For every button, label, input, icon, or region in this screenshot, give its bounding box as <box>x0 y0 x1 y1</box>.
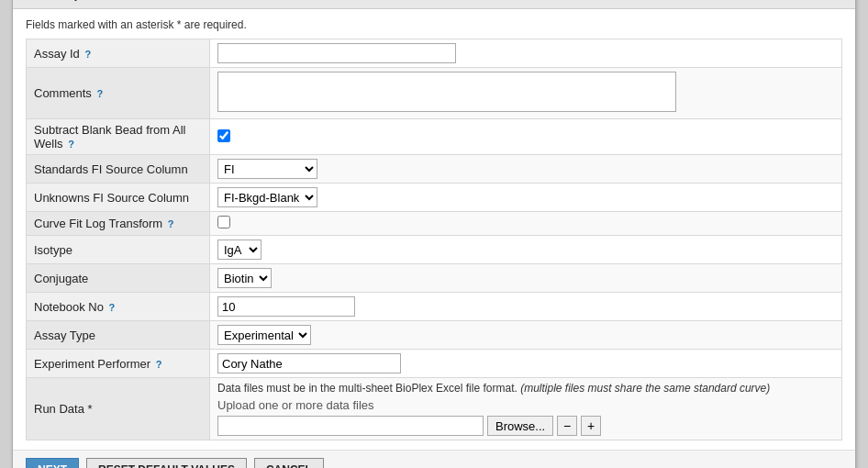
experiment-performer-label: Experiment Performer ? <box>27 350 210 378</box>
standards-fi-label: Standards FI Source Column <box>27 155 210 184</box>
assay-type-select[interactable]: Experimental Standard QC <box>217 325 311 345</box>
notebook-no-label: Notebook No ? <box>27 293 210 321</box>
subtract-blank-checkbox[interactable] <box>217 129 230 142</box>
assay-id-help[interactable]: ? <box>84 49 91 60</box>
conjugate-cell: Biotin PE APC <box>210 264 842 293</box>
subtract-blank-cell <box>210 119 842 155</box>
curve-fit-row: Curve Fit Log Transform ? <box>27 212 842 236</box>
assay-id-input[interactable] <box>217 43 456 63</box>
assay-id-label: Assay Id ? <box>27 39 210 68</box>
panel-title: Run Properties <box>13 0 855 9</box>
subtract-blank-label: Subtract Blank Bead from All Wells ? <box>27 119 210 155</box>
assay-type-cell: Experimental Standard QC <box>210 321 842 350</box>
run-data-note: Data files must be in the multi-sheet Bi… <box>217 382 834 395</box>
browse-button[interactable]: Browse... <box>487 416 553 436</box>
unknowns-fi-cell: FI FI-Bkgd FI-Bkgd-Blank <box>210 184 842 212</box>
conjugate-row: Conjugate Biotin PE APC <box>27 264 842 293</box>
isotype-select[interactable]: IgA IgG IgM IgE <box>217 240 262 260</box>
conjugate-label: Conjugate <box>27 264 210 293</box>
curve-fit-label: Curve Fit Log Transform ? <box>27 212 210 236</box>
assay-id-row: Assay Id ? <box>27 39 842 68</box>
assay-type-label: Assay Type <box>27 321 210 350</box>
run-data-browse-row: Browse... − + <box>217 416 834 436</box>
required-note: Fields marked with an asterisk * are req… <box>26 18 842 31</box>
isotype-label: Isotype <box>27 236 210 264</box>
unknowns-fi-row: Unknowns FI Source Column FI FI-Bkgd FI-… <box>27 184 842 212</box>
comments-textarea[interactable] <box>217 72 676 112</box>
comments-row: Comments ? <box>27 68 842 119</box>
cancel-button[interactable]: CANCEL <box>254 458 324 468</box>
experiment-performer-help[interactable]: ? <box>156 359 162 370</box>
run-data-cell: Data files must be in the multi-sheet Bi… <box>210 378 842 440</box>
run-properties-panel: Run Properties Fields marked with an ast… <box>12 0 856 468</box>
run-data-row: Run Data * Data files must be in the mul… <box>27 378 842 440</box>
unknowns-fi-label: Unknowns FI Source Column <box>27 184 210 212</box>
run-data-file-input[interactable] <box>217 416 484 436</box>
comments-cell <box>210 68 842 119</box>
subtract-blank-row: Subtract Blank Bead from All Wells ? <box>27 119 842 155</box>
standards-fi-select[interactable]: FI FI-Bkgd FI-Bkgd-Blank <box>217 159 317 179</box>
comments-label: Comments ? <box>27 68 210 119</box>
curve-fit-cell <box>210 212 842 236</box>
assay-id-cell <box>210 39 842 68</box>
notebook-no-row: Notebook No ? <box>27 293 842 321</box>
notebook-no-input[interactable] <box>217 296 355 317</box>
remove-file-button[interactable]: − <box>557 416 577 436</box>
experiment-performer-row: Experiment Performer ? <box>27 350 842 378</box>
standards-fi-row: Standards FI Source Column FI FI-Bkgd FI… <box>27 155 842 184</box>
notebook-no-cell <box>210 293 842 321</box>
form-table: Assay Id ? Comments ? <box>26 39 842 440</box>
assay-type-row: Assay Type Experimental Standard QC <box>27 321 842 350</box>
standards-fi-cell: FI FI-Bkgd FI-Bkgd-Blank <box>210 155 842 184</box>
reset-default-values-button[interactable]: RESET DEFAULT VALUES <box>86 458 247 468</box>
footer-buttons: NEXT RESET DEFAULT VALUES CANCEL <box>13 450 855 468</box>
conjugate-select[interactable]: Biotin PE APC <box>217 268 272 288</box>
run-data-label: Run Data * <box>27 378 210 440</box>
run-data-upload-label: Upload one or more data files <box>217 398 834 412</box>
isotype-cell: IgA IgG IgM IgE <box>210 236 842 264</box>
unknowns-fi-select[interactable]: FI FI-Bkgd FI-Bkgd-Blank <box>217 187 317 207</box>
subtract-blank-help[interactable]: ? <box>68 139 74 150</box>
experiment-performer-input[interactable] <box>217 353 401 373</box>
curve-fit-help[interactable]: ? <box>168 218 174 229</box>
notebook-no-help[interactable]: ? <box>109 302 116 313</box>
comments-help[interactable]: ? <box>96 88 103 99</box>
isotype-row: Isotype IgA IgG IgM IgE <box>27 236 842 264</box>
next-button[interactable]: NEXT <box>26 458 79 468</box>
curve-fit-checkbox[interactable] <box>217 216 230 228</box>
experiment-performer-cell <box>210 350 842 378</box>
add-file-button[interactable]: + <box>581 416 601 436</box>
